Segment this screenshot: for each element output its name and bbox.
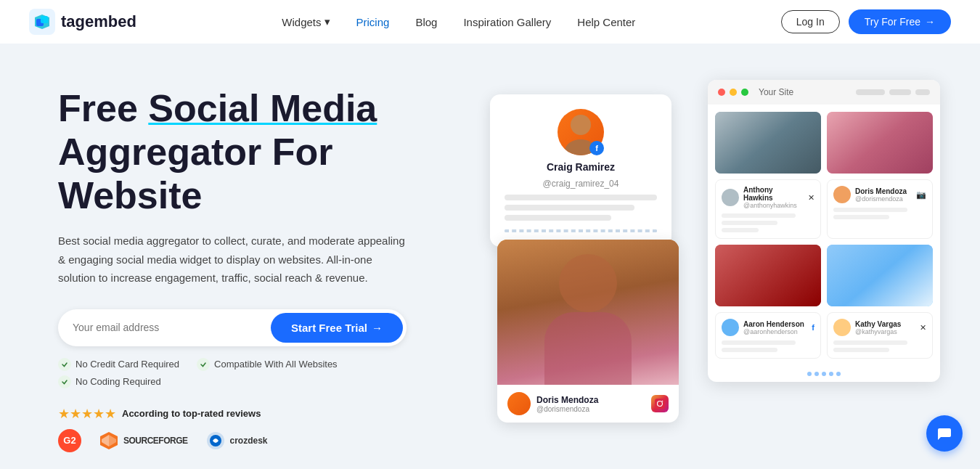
- g2-logo: G2: [58, 429, 81, 452]
- close-dot: [718, 89, 725, 96]
- trust-badges: No Credit Card Required Compatible With …: [58, 358, 465, 388]
- facebook-icon-small: f: [812, 323, 814, 332]
- grid-card-1: Anthony Hawkins @anthonyhawkins ✕: [715, 179, 821, 239]
- badge-no-coding: No Coding Required: [58, 375, 161, 388]
- grid-card-3: Aaron Henderson @aaronhenderson f: [715, 312, 821, 359]
- check-icon-3: [58, 375, 71, 388]
- grid-lines-2: [833, 208, 926, 219]
- dotted-row: [708, 366, 940, 382]
- photo-img: [715, 112, 821, 174]
- url-bar: [889, 89, 911, 95]
- grid-name-col-4: Kathy Vargas @kathyvargas: [855, 320, 901, 335]
- grid-name-4: Kathy Vargas: [855, 320, 901, 328]
- profile-card: f Craig Ramirez @craig_ramirez_04: [490, 94, 671, 247]
- image-card: Doris Mendoza @dorismendoza: [497, 240, 679, 423]
- card-photo: [497, 240, 679, 385]
- text-line: [833, 208, 907, 212]
- grid-card-header: Anthony Hawkins @anthonyhawkins ✕: [722, 186, 814, 209]
- grid-name-2: Doris Mendoza: [855, 187, 907, 195]
- dot: [822, 372, 826, 376]
- img-name-col: Doris Mendoza @dorismendoza: [536, 395, 598, 413]
- grid-card-4: Kathy Vargas @kathyvargas ✕: [827, 312, 933, 359]
- chevron-down-icon: ▾: [324, 15, 330, 28]
- site-label: Your Site: [759, 87, 793, 97]
- star-rating: ★★★★★: [58, 406, 116, 422]
- text-lines: [505, 195, 657, 221]
- sourceforge-logo: SOURCEFORGE: [99, 431, 188, 451]
- grid-handle-4: @kathyvargas: [855, 328, 901, 335]
- grid-card-header-3: Aaron Henderson @aaronhenderson f: [722, 319, 814, 336]
- grid-photo-4: [827, 245, 933, 306]
- logo[interactable]: tagembed: [29, 9, 136, 35]
- photo-img-3: [715, 245, 821, 306]
- arrow-icon: →: [925, 16, 935, 28]
- browser-mockup: Your Site: [708, 80, 940, 382]
- nav-help-center[interactable]: Help Center: [577, 16, 635, 28]
- hero-left: Free Social Media Aggregator For Website…: [58, 73, 465, 457]
- g2-badge: G2: [58, 429, 81, 452]
- dot: [836, 372, 841, 376]
- logo-text: tagembed: [61, 12, 136, 31]
- badges-row-1: No Credit Card Required Compatible With …: [58, 358, 465, 371]
- text-line: [722, 340, 796, 345]
- crozdesk-logo: crozdesk: [205, 431, 268, 451]
- badges-row-2: No Coding Required: [58, 375, 465, 388]
- sourceforge-icon: [99, 431, 119, 451]
- url-bars: [856, 89, 930, 95]
- dot: [807, 372, 812, 376]
- chat-button[interactable]: [926, 415, 963, 452]
- email-input[interactable]: [73, 322, 271, 333]
- main-content: Free Social Media Aggregator For Website…: [0, 44, 980, 469]
- grid-lines-4: [833, 340, 926, 352]
- crozdesk-icon: [205, 431, 226, 451]
- grid-photo-3: [715, 245, 821, 306]
- chat-icon: [936, 425, 952, 441]
- grid-avatar-3: [722, 319, 739, 336]
- img-profile-info: Doris Mendoza @dorismendoza: [507, 392, 598, 415]
- minimize-dot: [730, 89, 737, 96]
- arrow-right-icon: →: [372, 322, 383, 334]
- browser-title: Your Site: [759, 87, 793, 97]
- grid-name: Anthony Hawkins: [743, 186, 804, 202]
- nav-pricing[interactable]: Pricing: [356, 16, 390, 28]
- check-icon-2: [197, 358, 210, 371]
- grid-handle: @anthonyhawkins: [743, 202, 804, 209]
- instagram-icon: [651, 395, 669, 412]
- grid-card-header-2: Doris Mendoza @dorismendoza 📷: [833, 186, 926, 203]
- profile-name: Craig Ramirez: [547, 161, 615, 173]
- header-actions: Log In Try For Free →: [781, 9, 951, 34]
- nav-widgets[interactable]: Widgets ▾: [282, 15, 330, 28]
- login-button[interactable]: Log In: [781, 10, 840, 33]
- main-nav: Widgets ▾ Pricing Blog Inspiration Galle…: [282, 15, 635, 28]
- try-button[interactable]: Try For Free →: [849, 9, 951, 34]
- nav-blog[interactable]: Blog: [415, 16, 437, 28]
- text-line: [722, 221, 777, 225]
- img-name: Doris Mendoza: [536, 395, 598, 405]
- grid-card-2: Doris Mendoza @dorismendoza 📷: [827, 179, 933, 239]
- text-line: [505, 215, 611, 221]
- grid-avatar-4: [833, 319, 851, 336]
- text-line: [505, 205, 634, 211]
- text-line: [833, 215, 889, 219]
- photo-img: [827, 112, 933, 174]
- dot: [814, 372, 819, 376]
- grid-name-col-3: Aaron Henderson @aaronhenderson: [743, 320, 804, 335]
- photo-img-4: [827, 245, 933, 306]
- nav-inspiration-gallery[interactable]: Inspiration Gallery: [463, 16, 551, 28]
- header: tagembed Widgets ▾ Pricing Blog Inspirat…: [0, 0, 980, 44]
- facebook-badge: f: [589, 141, 604, 155]
- card-footer: Doris Mendoza @dorismendoza: [497, 385, 679, 423]
- badge-no-credit-card: No Credit Card Required: [58, 358, 179, 371]
- grid-avatar: [722, 189, 739, 206]
- check-icon: [58, 358, 71, 371]
- svg-point-8: [571, 115, 591, 135]
- start-trial-button[interactable]: Start Free Trial →: [271, 313, 403, 343]
- reviews-section: ★★★★★ According to top-rated reviews G2 …: [58, 406, 465, 452]
- text-line: [722, 213, 796, 218]
- profile-handle: @craig_ramirez_04: [543, 179, 619, 189]
- grid-name-3: Aaron Henderson: [743, 320, 804, 328]
- hero-description: Best social media aggregator to collect,…: [58, 232, 407, 287]
- dotted-divider: [505, 229, 657, 232]
- svg-rect-2: [41, 16, 48, 23]
- dot: [829, 372, 833, 376]
